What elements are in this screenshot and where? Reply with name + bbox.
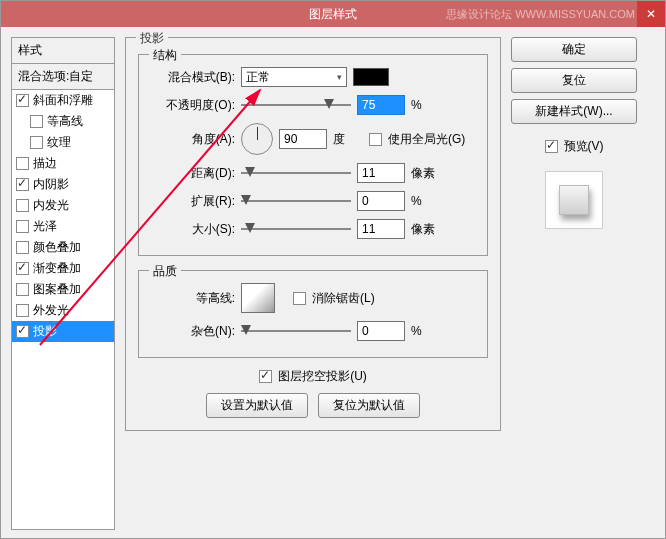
style-checkbox[interactable] [16,220,29,233]
style-item-颜色叠加[interactable]: 颜色叠加 [12,237,114,258]
style-item-投影[interactable]: 投影 [12,321,114,342]
spread-slider[interactable] [241,194,351,208]
preview-checkbox[interactable] [545,140,558,153]
style-item-label: 内发光 [33,197,69,214]
styles-header: 样式 [11,37,115,64]
antialias-checkbox[interactable] [293,292,306,305]
noise-slider[interactable] [241,324,351,338]
style-checkbox[interactable] [30,136,43,149]
global-light-checkbox[interactable] [369,133,382,146]
angle-dial[interactable] [241,123,273,155]
watermark: 思缘设计论坛 WWW.MISSYUAN.COM [446,7,665,22]
style-list: 斜面和浮雕等高线纹理描边内阴影内发光光泽颜色叠加渐变叠加图案叠加外发光投影 [11,90,115,530]
contour-label: 等高线: [151,290,235,307]
cancel-button[interactable]: 复位 [511,68,637,93]
style-item-描边[interactable]: 描边 [12,153,114,174]
style-item-label: 内阴影 [33,176,69,193]
knockout-label: 图层挖空投影(U) [278,368,367,385]
reset-default-button[interactable]: 复位为默认值 [318,393,420,418]
drop-shadow-panel: 投影 结构 混合模式(B): 正常▾ 不透明度(O): 75 [125,37,501,431]
style-checkbox[interactable] [16,157,29,170]
size-label: 大小(S): [151,221,235,238]
global-light-label: 使用全局光(G) [388,131,465,148]
ok-button[interactable]: 确定 [511,37,637,62]
contour-picker[interactable] [241,283,275,313]
style-checkbox[interactable] [16,283,29,296]
style-item-label: 光泽 [33,218,57,235]
structure-group: 结构 混合模式(B): 正常▾ 不透明度(O): 75 % [138,54,488,256]
antialias-label: 消除锯齿(L) [312,290,375,307]
distance-slider[interactable] [241,166,351,180]
style-item-内发光[interactable]: 内发光 [12,195,114,216]
style-item-label: 渐变叠加 [33,260,81,277]
preview-box [545,171,603,229]
panel-title: 投影 [136,30,168,47]
close-icon: ✕ [646,7,656,21]
style-item-label: 投影 [33,323,57,340]
style-item-label: 描边 [33,155,57,172]
quality-group: 品质 等高线: 消除锯齿(L) 杂色(N): 0 % [138,270,488,358]
blend-mode-label: 混合模式(B): [151,69,235,86]
window-title: 图层样式 [309,6,357,23]
close-button[interactable]: ✕ [637,1,665,27]
size-slider[interactable] [241,222,351,236]
size-input[interactable]: 11 [357,219,405,239]
spread-input[interactable]: 0 [357,191,405,211]
angle-input[interactable]: 90 [279,129,327,149]
knockout-checkbox[interactable] [259,370,272,383]
structure-label: 结构 [149,47,181,64]
style-checkbox[interactable] [16,199,29,212]
style-checkbox[interactable] [16,262,29,275]
distance-label: 距离(D): [151,165,235,182]
style-item-斜面和浮雕[interactable]: 斜面和浮雕 [12,90,114,111]
angle-label: 角度(A): [151,131,235,148]
opacity-input[interactable]: 75 [357,95,405,115]
distance-input[interactable]: 11 [357,163,405,183]
shadow-color-swatch[interactable] [353,68,389,86]
style-checkbox[interactable] [16,94,29,107]
style-item-label: 斜面和浮雕 [33,92,93,109]
opacity-slider[interactable] [241,98,351,112]
quality-label: 品质 [149,263,181,280]
style-checkbox[interactable] [16,178,29,191]
blend-mode-select[interactable]: 正常▾ [241,67,347,87]
titlebar: 图层样式 思缘设计论坛 WWW.MISSYUAN.COM ✕ [1,1,665,27]
noise-input[interactable]: 0 [357,321,405,341]
style-item-内阴影[interactable]: 内阴影 [12,174,114,195]
preview-label: 预览(V) [564,138,604,155]
style-item-图案叠加[interactable]: 图案叠加 [12,279,114,300]
style-item-等高线[interactable]: 等高线 [12,111,114,132]
style-item-渐变叠加[interactable]: 渐变叠加 [12,258,114,279]
preview-thumbnail [559,185,589,215]
blend-options-item[interactable]: 混合选项:自定 [11,64,115,90]
style-item-label: 纹理 [47,134,71,151]
style-item-label: 等高线 [47,113,83,130]
new-style-button[interactable]: 新建样式(W)... [511,99,637,124]
style-item-label: 颜色叠加 [33,239,81,256]
style-item-光泽[interactable]: 光泽 [12,216,114,237]
spread-label: 扩展(R): [151,193,235,210]
chevron-down-icon: ▾ [337,72,342,82]
style-item-纹理[interactable]: 纹理 [12,132,114,153]
style-checkbox[interactable] [30,115,43,128]
opacity-label: 不透明度(O): [151,97,235,114]
style-checkbox[interactable] [16,325,29,338]
style-item-label: 外发光 [33,302,69,319]
style-item-label: 图案叠加 [33,281,81,298]
style-checkbox[interactable] [16,241,29,254]
style-item-外发光[interactable]: 外发光 [12,300,114,321]
noise-label: 杂色(N): [151,323,235,340]
style-checkbox[interactable] [16,304,29,317]
set-default-button[interactable]: 设置为默认值 [206,393,308,418]
